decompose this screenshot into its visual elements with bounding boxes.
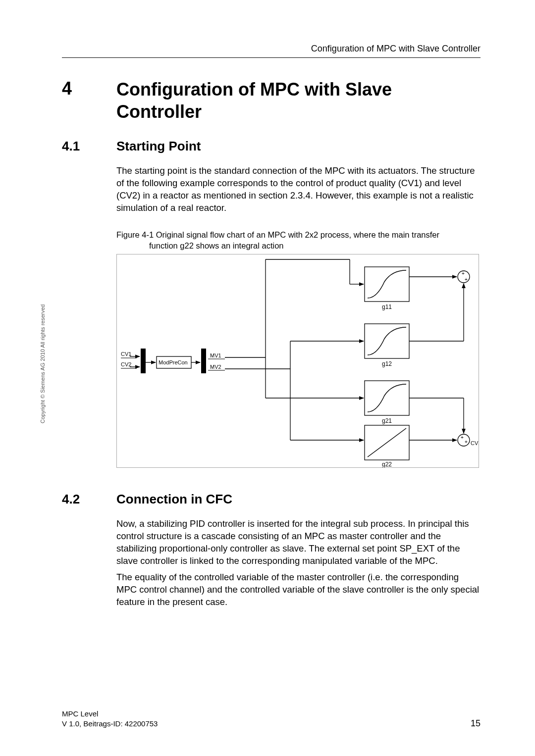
section-number: 4.1 bbox=[62, 139, 80, 154]
svg-text:g11: g11 bbox=[382, 303, 392, 310]
section-4-2-paragraph-2: The equality of the controlled variable … bbox=[116, 571, 481, 608]
running-header: Configuration of MPC with Slave Controll… bbox=[311, 44, 481, 54]
label-cv1: CV1 bbox=[121, 351, 131, 357]
figure-caption-line2: function g22 shows an integral action bbox=[149, 240, 481, 251]
label-mv2: MV2 bbox=[210, 364, 221, 370]
content-area: 4 Configuration of MPC with Slave Contro… bbox=[62, 78, 481, 608]
figure-caption-line1: Figure 4-1 Original signal flow chart of… bbox=[116, 230, 439, 239]
footer: MPC Level V 1.0, Beitrags-ID: 42200753 1… bbox=[62, 709, 481, 729]
header-rule bbox=[62, 57, 481, 58]
footer-line1: MPC Level bbox=[62, 709, 481, 719]
figure-caption: Figure 4-1 Original signal flow chart of… bbox=[116, 229, 481, 252]
block-g22: g22 bbox=[365, 425, 409, 467]
label-modprecon: ModPreCon bbox=[159, 359, 188, 365]
svg-rect-23 bbox=[365, 267, 409, 302]
block-g12: g12 bbox=[365, 324, 409, 367]
svg-text:+: + bbox=[461, 435, 464, 440]
chapter-title: Configuration of MPC with Slave Controll… bbox=[116, 78, 481, 123]
svg-text:+: + bbox=[465, 439, 468, 445]
block-g11: g11 bbox=[365, 267, 409, 310]
section-title: Starting Point bbox=[116, 139, 481, 154]
svg-text:g22: g22 bbox=[382, 461, 392, 467]
label-mv1: MV1 bbox=[210, 353, 221, 358]
block-g21: g21 bbox=[365, 381, 409, 424]
section-number: 4.2 bbox=[62, 492, 80, 507]
footer-line2: V 1.0, Beitrags-ID: 42200753 bbox=[62, 719, 481, 729]
section-4-2: 4.2 Connection in CFC Now, a stabilizing… bbox=[62, 492, 481, 608]
chapter-number: 4 bbox=[62, 78, 72, 99]
svg-text:+: + bbox=[462, 271, 465, 276]
section-4-2-paragraph-1: Now, a stabilizing PID controller is ins… bbox=[116, 518, 481, 567]
svg-text:+: + bbox=[465, 277, 468, 282]
svg-line-30 bbox=[368, 428, 406, 457]
svg-text:g21: g21 bbox=[382, 417, 392, 424]
page: Configuration of MPC with Slave Controll… bbox=[0, 0, 535, 756]
page-number: 15 bbox=[471, 718, 481, 729]
label-cv2: CV2 bbox=[121, 361, 131, 367]
side-copyright: Copyright © Siemens AG 2010 All rights r… bbox=[40, 304, 46, 423]
svg-rect-25 bbox=[365, 324, 409, 358]
section-4-1-paragraph: The starting point is the standard conne… bbox=[116, 165, 481, 214]
svg-text:g12: g12 bbox=[382, 360, 392, 367]
svg-rect-4 bbox=[141, 349, 146, 373]
chapter-heading: 4 Configuration of MPC with Slave Contro… bbox=[62, 78, 481, 123]
svg-rect-8 bbox=[201, 349, 206, 373]
svg-rect-27 bbox=[365, 381, 409, 415]
section-4-1: 4.1 Starting Point The starting point is… bbox=[62, 139, 481, 214]
label-out-cv2: CV2 bbox=[471, 440, 479, 446]
svg-point-38 bbox=[458, 434, 470, 446]
figure-4-1: CV1 CV2 ModPreCon MV1 bbox=[116, 254, 479, 468]
signal-flow-chart: CV1 CV2 ModPreCon MV1 bbox=[117, 254, 479, 467]
section-title: Connection in CFC bbox=[116, 492, 481, 507]
